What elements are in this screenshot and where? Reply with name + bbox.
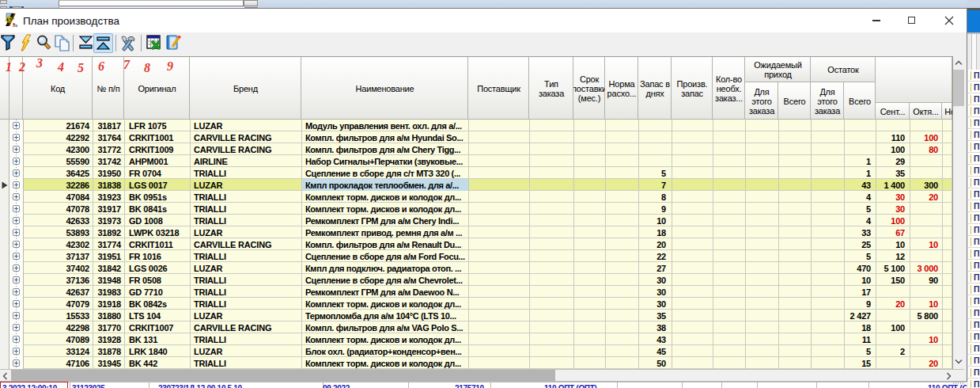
- svg-text:$: $: [8, 17, 11, 23]
- svg-text:zip: zip: [13, 24, 18, 27]
